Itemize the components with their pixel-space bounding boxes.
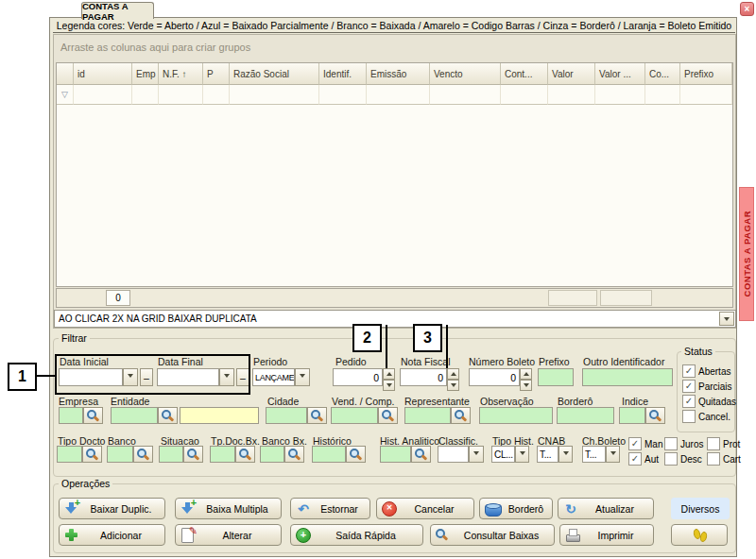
banco-input[interactable] bbox=[107, 446, 133, 463]
juros-checkbox-row[interactable]: Juros bbox=[664, 437, 703, 450]
prefixo-input[interactable] bbox=[538, 368, 574, 386]
grid-column-header-valor[interactable]: Valor bbox=[548, 63, 595, 85]
spin-down-icon[interactable] bbox=[520, 380, 532, 391]
pedido-input[interactable]: 0 bbox=[333, 368, 383, 386]
grid-filter-cell[interactable] bbox=[645, 85, 680, 105]
diversos-button[interactable]: Diversos bbox=[671, 498, 730, 519]
situacao-input[interactable] bbox=[159, 446, 183, 463]
situacao-search-button[interactable] bbox=[183, 446, 203, 463]
grid-filter-row[interactable]: ▽ bbox=[57, 85, 732, 105]
cnab-select[interactable]: T... bbox=[537, 446, 558, 463]
grid-filter-cell[interactable] bbox=[680, 85, 732, 105]
checkbox-icon[interactable] bbox=[628, 452, 642, 466]
consultar-baixas-button[interactable]: Consultar Baixas bbox=[430, 524, 555, 546]
close-button[interactable]: × bbox=[740, 2, 754, 16]
indice-input[interactable] bbox=[619, 407, 645, 424]
grid-filter-cell[interactable] bbox=[230, 85, 319, 105]
empresa-input[interactable] bbox=[59, 407, 83, 424]
cnab-dropdown-button[interactable] bbox=[558, 446, 573, 463]
grid-column-header-p[interactable]: P bbox=[203, 63, 230, 85]
grid-filter-cell[interactable] bbox=[132, 85, 159, 105]
grid-action-dropdown-button[interactable] bbox=[719, 312, 734, 326]
representante-search-button[interactable] bbox=[451, 407, 471, 424]
entidade-input[interactable] bbox=[111, 407, 158, 424]
checkbox-icon[interactable] bbox=[628, 437, 642, 450]
tipo-hist-dropdown-button[interactable] bbox=[515, 446, 529, 463]
classific-dropdown-button[interactable] bbox=[469, 446, 484, 463]
grid-column-header-cont[interactable]: Cont... bbox=[501, 63, 548, 85]
grid-filter-cell[interactable] bbox=[159, 85, 203, 105]
spin-up-icon[interactable] bbox=[520, 368, 532, 380]
grid-filter-cell[interactable] bbox=[203, 85, 230, 105]
grid-filter-cell[interactable] bbox=[595, 85, 645, 105]
grid-filter-cell[interactable] bbox=[430, 85, 501, 105]
tp-doc-bx-input[interactable] bbox=[210, 446, 235, 463]
status-abertas[interactable]: Abertas bbox=[682, 364, 730, 378]
tipo-hist-select[interactable]: CL... bbox=[491, 446, 515, 463]
historico-input[interactable] bbox=[312, 446, 346, 463]
grid-filter-cell[interactable] bbox=[501, 85, 548, 105]
cancelar-button[interactable]: Cancelar bbox=[376, 498, 474, 519]
numero-boleto-input[interactable]: 0 bbox=[469, 368, 520, 386]
status-parciais[interactable]: Parciais bbox=[682, 380, 732, 393]
cidade-search-button[interactable] bbox=[307, 407, 327, 424]
data-grid[interactable]: id Emp N.F. ↑ P Razão Social Identif. Em… bbox=[56, 62, 733, 287]
bordero-button[interactable]: Borderô bbox=[479, 498, 553, 519]
outro-identificador-input[interactable] bbox=[582, 368, 673, 386]
ch-boleto-select[interactable]: T... bbox=[582, 446, 606, 463]
checkbox-icon[interactable] bbox=[707, 452, 720, 466]
spin-up-icon[interactable] bbox=[447, 368, 459, 380]
aut-checkbox-row[interactable]: Aut bbox=[628, 452, 659, 466]
grid-filter-cell[interactable]: ▽ bbox=[57, 85, 74, 105]
ch-boleto-dropdown-button[interactable] bbox=[606, 446, 620, 463]
spin-down-icon[interactable] bbox=[383, 380, 395, 391]
tp-doc-bx-search-button[interactable] bbox=[235, 446, 255, 463]
banco-bx-search-button[interactable] bbox=[284, 446, 304, 463]
classific-select[interactable] bbox=[438, 446, 469, 463]
grid-column-header-emp[interactable]: Emp bbox=[132, 63, 159, 85]
checkbox-icon[interactable] bbox=[707, 437, 720, 450]
checkbox-icon[interactable] bbox=[682, 395, 696, 408]
tab-contas-a-pagar[interactable]: CONTAS A PAGAR bbox=[81, 2, 154, 19]
saida-rapida-button[interactable]: Saída Rápida bbox=[290, 524, 423, 546]
bordero-input[interactable] bbox=[557, 407, 614, 424]
vend-comp-input[interactable] bbox=[331, 407, 378, 424]
grid-body-empty[interactable] bbox=[57, 105, 732, 286]
entidade-name-input[interactable] bbox=[180, 407, 259, 424]
checkbox-icon[interactable] bbox=[664, 452, 678, 466]
spin-up-icon[interactable] bbox=[383, 368, 395, 380]
desc-checkbox-row[interactable]: Desc bbox=[664, 452, 702, 466]
entidade-search-button[interactable] bbox=[158, 407, 178, 424]
man-checkbox-row[interactable]: Man bbox=[628, 437, 662, 450]
baixar-duplic-button[interactable]: + Baixar Duplic. bbox=[59, 498, 165, 519]
imprimir-button[interactable]: Imprimir bbox=[559, 524, 654, 546]
grid-column-header-identif[interactable]: Identif. bbox=[319, 63, 367, 85]
side-tab-contas-a-pagar[interactable]: CONTAS A PAGAR bbox=[739, 187, 754, 321]
grid-column-header-emissao[interactable]: Emissão bbox=[367, 63, 430, 85]
baixa-multipla-button[interactable]: + Baixa Multipla bbox=[175, 498, 282, 519]
vend-comp-search-button[interactable] bbox=[378, 407, 398, 424]
pedido-spin-buttons[interactable] bbox=[383, 368, 395, 386]
nota-fiscal-spin-buttons[interactable] bbox=[447, 368, 459, 386]
checkbox-icon[interactable] bbox=[664, 437, 678, 450]
numero-boleto-spin-buttons[interactable] bbox=[520, 368, 532, 386]
estornar-button[interactable]: ↶ Estornar bbox=[290, 498, 370, 519]
grid-filter-cell[interactable] bbox=[367, 85, 430, 105]
checkbox-icon[interactable] bbox=[682, 364, 696, 378]
indice-search-button[interactable] bbox=[645, 407, 665, 424]
grid-column-header-valor2[interactable]: Valor ... bbox=[595, 63, 645, 85]
adicionar-button[interactable]: Adicionar bbox=[59, 524, 165, 546]
banco-bx-input[interactable] bbox=[260, 446, 284, 463]
nota-fiscal-input[interactable]: 0 bbox=[400, 368, 447, 386]
empresa-search-button[interactable] bbox=[83, 407, 103, 424]
grid-filter-cell[interactable] bbox=[74, 85, 132, 105]
grid-column-header-vencto[interactable]: Vencto bbox=[430, 63, 501, 85]
grid-filter-cell[interactable] bbox=[548, 85, 595, 105]
spin-down-icon[interactable] bbox=[447, 380, 459, 391]
alterar-button[interactable]: Alterar bbox=[175, 524, 282, 546]
tipo-docto-input[interactable] bbox=[57, 446, 82, 463]
footprints-button[interactable] bbox=[671, 524, 728, 546]
prot-checkbox-row[interactable]: Prot bbox=[707, 437, 740, 450]
atualizar-button[interactable]: ↻ Atualizar bbox=[558, 498, 654, 519]
periodo-dropdown-button[interactable] bbox=[295, 368, 310, 386]
